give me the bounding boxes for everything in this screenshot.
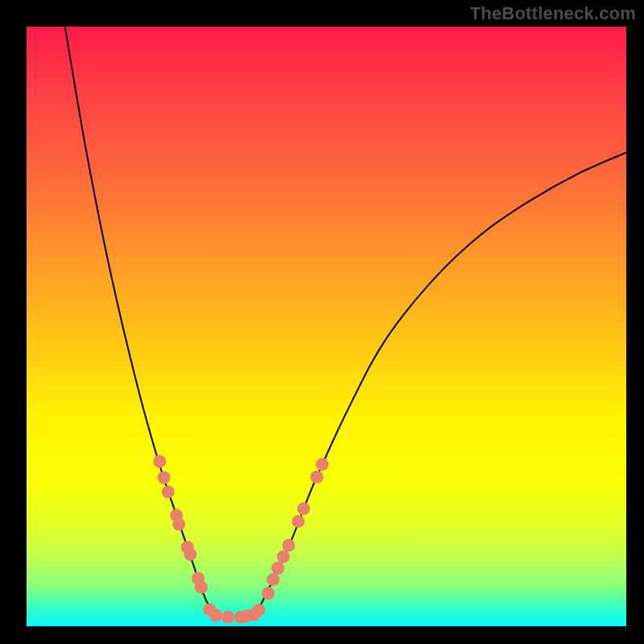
data-point	[311, 470, 324, 483]
data-point	[266, 573, 279, 586]
data-point	[162, 485, 175, 498]
data-point	[209, 609, 222, 622]
data-point	[153, 455, 166, 468]
data-point	[277, 551, 290, 564]
plot-area	[27, 27, 626, 626]
data-point	[271, 562, 284, 575]
markers-left	[153, 455, 222, 621]
data-point	[297, 502, 310, 515]
bottleneck-curve	[65, 27, 626, 617]
data-point	[316, 458, 328, 471]
data-point	[172, 518, 185, 530]
data-point	[252, 604, 265, 617]
data-point	[262, 587, 275, 600]
data-point	[158, 471, 171, 484]
data-point	[283, 539, 295, 551]
markers-bottom	[221, 604, 265, 624]
watermark-text: TheBottleneck.com	[470, 3, 636, 24]
chart-svg	[27, 27, 626, 626]
chart-frame: TheBottleneck.com	[0, 0, 644, 644]
data-point	[221, 611, 234, 624]
data-point	[195, 581, 208, 594]
data-point	[291, 515, 304, 528]
data-point	[184, 548, 196, 561]
